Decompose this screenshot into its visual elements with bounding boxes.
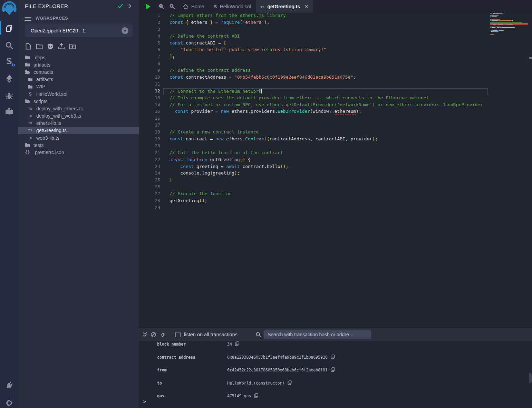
tree-item-prettierrc-json[interactable]: {}.prettierrc.json [18, 149, 139, 156]
learneth-icon[interactable] [0, 105, 18, 118]
overview-ruler-cursor-marker [529, 57, 532, 59]
copy-icon[interactable] [331, 355, 335, 359]
line-number: 17 [139, 122, 163, 129]
deploy-run-icon[interactable] [0, 72, 18, 86]
code-lines[interactable]: // Import ethers from the ethers.js libr… [163, 13, 488, 212]
terminal-prompt[interactable]: > [143, 399, 146, 404]
copy-icon[interactable] [235, 341, 239, 346]
terminal-scrollbar-thumb[interactable] [529, 373, 532, 383]
tree-item-scripts[interactable]: scripts [18, 98, 139, 105]
clear-console-icon[interactable] [151, 328, 156, 341]
code-line-13[interactable]: // This example uses the default provide… [163, 95, 488, 102]
load-folder-icon[interactable] [69, 43, 76, 50]
code-line-24[interactable]: console.log(greeting); [163, 170, 488, 177]
code-line-14[interactable]: // For a testnet or custom RPC, use ethe… [163, 102, 488, 109]
new-file-icon[interactable] [25, 43, 32, 50]
copy-icon[interactable] [254, 393, 258, 398]
code-line-28[interactable]: getGreeting(); [163, 198, 488, 205]
settings-gear-icon[interactable] [0, 396, 18, 408]
tree-item-getgreeting-ts[interactable]: TSgetGreeting.ts [18, 127, 139, 134]
tree-item-deps[interactable]: .deps [18, 54, 139, 61]
code-line-4[interactable]: // Define the contract ABI [163, 33, 488, 40]
search-icon[interactable] [0, 39, 18, 52]
code-line-25[interactable]: } [163, 177, 488, 184]
code-line-29[interactable] [163, 205, 488, 212]
check-icon[interactable] [117, 3, 123, 9]
code-line-22[interactable]: async function getGreeting() { [163, 157, 488, 164]
code-line-2[interactable]: const { ethers } = require('ethers'); [163, 20, 488, 27]
code-line-8[interactable] [163, 61, 488, 68]
zoom-in-icon[interactable] [169, 0, 175, 13]
tab-helloworld-sol[interactable]: SHelloWorld.sol [209, 0, 255, 13]
tx-value: 34 [227, 342, 232, 347]
tx-value: 0x8a120383e6057b1f3aef4fa9b89c2f1b0a6959… [227, 355, 328, 360]
copy-icon[interactable] [331, 367, 335, 372]
tree-item-ethers-lib-ts[interactable]: TSethers-lib.ts [18, 120, 139, 127]
collapse-terminal-icon[interactable] [142, 328, 147, 341]
listen-transactions-checkbox[interactable] [175, 332, 181, 337]
code-line-6[interactable]: "function hello() public view returns (s… [163, 47, 488, 54]
tx-detail-row-gas: gas475149 gas [139, 392, 532, 406]
code-line-7[interactable]: ]; [163, 54, 488, 61]
ts-icon: TS [261, 4, 264, 9]
tab-home[interactable]: Home [178, 0, 209, 13]
tree-item-helloworld-sol[interactable]: SHelloWorld.sol [18, 90, 139, 98]
close-tab-icon[interactable]: × [305, 3, 308, 10]
tree-item-artifacts[interactable]: artifacts [18, 61, 139, 68]
tree-item-contracts[interactable]: contracts [18, 68, 139, 76]
zoom-out-icon[interactable] [158, 0, 165, 13]
publish-gist-icon[interactable] [58, 43, 65, 50]
solidity-compiler-icon[interactable]: S↻ [0, 54, 18, 68]
code-line-11[interactable] [163, 81, 488, 88]
line-number-gutter: 1234567891011121314151617181920212223242… [139, 13, 163, 212]
file-explorer-icon[interactable] [0, 21, 18, 35]
tx-detail-row-from: from0x42452c22c88178685850e68beb6cf0f2ae… [139, 367, 532, 380]
code-line-5[interactable]: const contractABI = [ [163, 40, 488, 47]
hamburger-menu-icon[interactable] [25, 16, 31, 22]
plugin-manager-icon[interactable] [0, 379, 18, 392]
tree-item-deploy-with-ethers-ts[interactable]: TSdeploy_with_ethers.ts [18, 105, 139, 112]
debugger-icon[interactable] [0, 89, 18, 103]
code-line-9[interactable]: // Define the contract address [163, 68, 488, 74]
ts-icon: TS [27, 129, 33, 132]
tx-value: HelloWorld.(constructor) [227, 381, 284, 386]
code-line-27[interactable]: // Execute the function [163, 191, 488, 198]
terminal-search-input[interactable] [264, 330, 371, 339]
copy-icon[interactable] [288, 380, 292, 385]
tree-item-deploy-with-web3-ts[interactable]: TSdeploy_with_web3.ts [18, 112, 139, 120]
workspace-select[interactable]: OpenZeppelin ERC20 - 1 ▲▼ [25, 24, 133, 37]
code-line-21[interactable]: // Call the hello function of the contra… [163, 150, 488, 157]
code-line-17[interactable] [163, 122, 488, 129]
code-line-12[interactable]: // Connect to the Ethereum network [163, 88, 488, 95]
tab-getgreeting-ts[interactable]: TSgetGreeting.ts× [256, 0, 313, 13]
code-line-10[interactable]: const contractAddress = "0xb54febb5c0c0f… [163, 74, 488, 81]
line-number: 7 [139, 54, 163, 61]
code-line-26[interactable] [163, 184, 488, 191]
tree-item-label: deploy_with_web3.ts [36, 113, 81, 119]
code-line-1[interactable]: // Import ethers from the ethers.js libr… [163, 13, 488, 20]
tree-item-tests[interactable]: tests [18, 141, 139, 149]
tree-item-wip[interactable]: WIP [18, 83, 139, 90]
code-line-15[interactable]: const provider = new ethers.providers.We… [163, 109, 488, 116]
workspace-updown-icon[interactable]: ▲▼ [122, 27, 128, 34]
code-line-20[interactable] [163, 143, 488, 150]
code-line-23[interactable]: const greeting = await contract.hello(); [163, 164, 488, 171]
tab-label: Home [191, 4, 204, 9]
file-toolbar [25, 43, 76, 50]
code-editor[interactable]: 1234567891011121314151617181920212223242… [139, 13, 532, 328]
terminal-panel: 0 listen on all transactions block numbe… [139, 328, 532, 408]
tree-item-label: ethers-lib.ts [36, 120, 61, 126]
new-folder-icon[interactable] [36, 43, 43, 50]
minimap[interactable] [490, 13, 528, 82]
github-icon[interactable] [47, 43, 54, 50]
code-line-19[interactable]: const contract = new ethers.Contract(con… [163, 136, 488, 143]
code-line-3[interactable] [163, 27, 488, 33]
chevron-right-icon[interactable] [128, 3, 132, 9]
run-script-button[interactable] [146, 0, 151, 13]
tree-item-artifacts[interactable]: artifacts [18, 76, 139, 83]
tree-item-web3-lib-ts[interactable]: TSweb3-lib.ts [18, 134, 139, 141]
tree-item-label: WIP [36, 84, 45, 89]
code-line-16[interactable] [163, 116, 488, 122]
code-line-18[interactable]: // Create a new contract instance [163, 129, 488, 136]
tx-value: 0x42452c22c88178685850e68beb6cf0f2aeab8f… [227, 368, 328, 372]
